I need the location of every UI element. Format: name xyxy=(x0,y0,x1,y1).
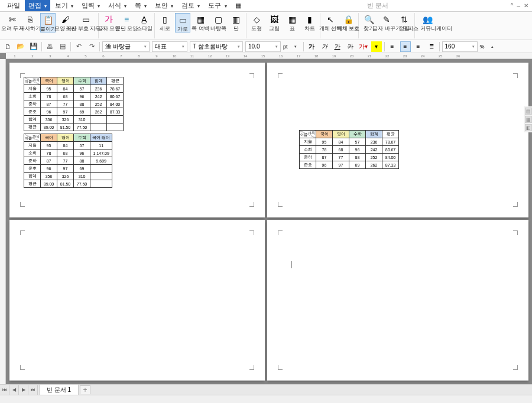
strike-button[interactable]: 가 xyxy=(345,41,356,52)
page-view: 1234567891011121314151617181920212223242… xyxy=(0,53,532,384)
format-bar: 🗋 📂 💾 🖶 ▤ ↶ ↷ 湮 바탕글▾ 대표▾ T 함초롬바탕▾ 10.0▾ … xyxy=(0,40,532,53)
tab-first-icon[interactable]: ⏮ xyxy=(0,385,9,395)
para-shape-button[interactable]: ≡문단 모양 xyxy=(119,13,134,31)
font-combo[interactable]: T 함초롬바탕▾ xyxy=(190,41,243,52)
page-1: 과목이름국어영어수학합계평균지율95845723678.67소희78689624… xyxy=(9,63,265,217)
horizontal-button[interactable]: ▭가로 xyxy=(175,13,190,32)
preview-icon[interactable]: ▤ xyxy=(57,41,68,52)
highlight-button[interactable]: ▾ xyxy=(371,41,382,52)
italic-button[interactable]: 가 xyxy=(319,41,330,52)
menu-format[interactable]: 서식 ▾ xyxy=(105,0,130,11)
sort-icon: ⇅ xyxy=(399,14,410,25)
menu-view[interactable]: 보기 ▾ xyxy=(51,0,77,11)
bold-button[interactable]: 가 xyxy=(306,41,317,52)
style-icon: A̲ xyxy=(139,14,150,25)
redo-icon[interactable]: ↷ xyxy=(86,41,97,52)
menu-file[interactable]: 파일 xyxy=(4,0,24,11)
object-select-button[interactable]: ↖개체 선택 xyxy=(323,13,338,31)
fontcolor-button[interactable]: 가▾ xyxy=(358,41,369,52)
pointer-icon: ↖ xyxy=(325,14,336,25)
horizontal-ruler: 1234567891011121314151617181920212223242… xyxy=(6,53,532,59)
menu-security[interactable]: 보안 ▾ xyxy=(151,0,177,11)
table-2: 과목이름국어영어수학국어-영어지율95845711소희7868961,147.0… xyxy=(24,134,112,188)
clipboard-icon: 📋 xyxy=(43,15,53,25)
office-comm-button[interactable]: 👥오피스 커뮤니케이터 xyxy=(417,13,437,31)
zoom-combo[interactable]: 160▾ xyxy=(442,41,478,52)
ribbon: ✄오려 두기 ⎘복사하기 📋붙이기 🖌모양 복사 ▭조판 부호 지우기 가글자 … xyxy=(0,12,532,40)
table-icon: ▦ xyxy=(287,14,297,25)
size-down-icon[interactable]: ▾ xyxy=(290,41,301,52)
search-icon: 🔍 xyxy=(364,14,374,25)
align-left-button[interactable]: ≡ xyxy=(387,41,398,52)
save-icon[interactable]: 💾 xyxy=(28,41,39,52)
picture-button[interactable]: 🖼그림 xyxy=(267,13,282,31)
lock-icon: 🔒 xyxy=(343,14,353,25)
shape-insert-button[interactable]: ◇도형 xyxy=(249,13,264,31)
sidebar-tool-2[interactable]: ▦ xyxy=(525,116,532,123)
menu-review[interactable]: 검토 ▾ xyxy=(178,0,203,11)
para-combo[interactable]: 대표▾ xyxy=(152,41,187,52)
page-margin-button[interactable]: ▦쪽 여백 xyxy=(193,13,208,31)
window-controls: ^ – ✕ xyxy=(511,2,528,9)
replace-icon: ✎ xyxy=(381,14,392,25)
menu-more-icon[interactable]: ▦ xyxy=(232,1,245,11)
page-4 xyxy=(267,220,528,381)
zoom-spin-icon[interactable]: ▴ xyxy=(487,41,498,52)
copy-button[interactable]: ⎘복사하기 xyxy=(22,13,38,31)
open-icon[interactable]: 📂 xyxy=(15,41,26,52)
align-right-button[interactable]: ≡ xyxy=(413,41,424,52)
text-cursor xyxy=(291,261,291,268)
vertical-icon: ▯ xyxy=(160,14,170,25)
tab-add-button[interactable]: + xyxy=(80,385,90,394)
cut-button[interactable]: ✄오려 두기 xyxy=(5,13,20,31)
menu-edit[interactable]: 편집 ▾ xyxy=(25,0,50,11)
menu-tools[interactable]: 도구 ▾ xyxy=(205,0,230,11)
eraser-icon: ▭ xyxy=(80,14,91,25)
align-justify-button[interactable]: ≣ xyxy=(426,41,437,52)
help-icon[interactable]: ^ xyxy=(511,2,514,9)
table-3: 과목이름국어영어수학합계평균지율95845723678.67소희78689624… xyxy=(299,130,399,169)
background-button[interactable]: ▢바탕쪽 xyxy=(210,13,226,31)
vertical-button[interactable]: ▯세로 xyxy=(157,13,173,31)
people-icon: 👥 xyxy=(422,14,433,25)
zoom-unit: % xyxy=(480,44,485,50)
sidebar-tool-3[interactable]: ◧ xyxy=(525,124,532,131)
align-center-button[interactable]: ≡ xyxy=(400,41,411,52)
undo-icon[interactable]: ↶ xyxy=(73,41,84,52)
table-1: 과목이름국어영어수학합계평균지율95845723678.67소희78689624… xyxy=(24,77,124,131)
column-icon: ▥ xyxy=(231,14,241,25)
para-icon: ≡ xyxy=(121,14,132,25)
menu-page[interactable]: 쪽 ▾ xyxy=(131,0,150,11)
char-shape-button[interactable]: 가글자 모양 xyxy=(101,13,116,31)
copy-icon: ⎘ xyxy=(25,14,35,25)
new-doc-icon[interactable]: 🗋 xyxy=(2,41,13,52)
vertical-ruler xyxy=(0,59,6,384)
scissors-icon: ✄ xyxy=(7,14,18,25)
style-button[interactable]: A̲스타일 xyxy=(137,13,152,31)
close-icon[interactable]: ✕ xyxy=(524,2,528,9)
sidebar-tool-1[interactable]: ▤ xyxy=(525,108,532,115)
tab-next-icon[interactable]: ▶ xyxy=(19,385,28,395)
paste-button[interactable]: 📋붙이기 xyxy=(40,13,56,32)
tab-document-1[interactable]: 빈 문서 1 xyxy=(39,384,79,395)
tab-last-icon[interactable]: ⏭ xyxy=(28,385,38,395)
size-unit: pt xyxy=(283,44,288,50)
column-button[interactable]: ▥단 xyxy=(228,13,244,31)
print-icon[interactable]: 🖶 xyxy=(44,41,55,52)
menu-bar: 파일 편집 ▾ 보기 ▾ 입력 ▾ 서식 ▾ 쪽 ▾ 보안 ▾ 검토 ▾ 도구 … xyxy=(0,0,532,12)
shapes-icon: ◇ xyxy=(251,14,262,25)
bg-icon: ▢ xyxy=(213,14,223,25)
object-protect-button[interactable]: 🔒개체 보호 xyxy=(340,13,356,31)
table-button[interactable]: ▦표 xyxy=(284,13,300,31)
page-3 xyxy=(9,220,265,381)
style-combo[interactable]: 湮 바탕글▾ xyxy=(102,41,150,52)
menu-input[interactable]: 입력 ▾ xyxy=(78,0,103,11)
chart-button[interactable]: ▮차트 xyxy=(302,13,317,31)
replace-button[interactable]: ✎글자 바꾸기 xyxy=(379,13,394,31)
sidebar-tools: ▤ ▦ ◧ xyxy=(524,106,532,132)
size-combo[interactable]: 10.0▾ xyxy=(245,41,281,52)
underline-button[interactable]: 가 xyxy=(332,41,343,52)
erase-marks-button[interactable]: ▭조판 부호 지우기 xyxy=(76,13,96,31)
tab-prev-icon[interactable]: ◀ xyxy=(9,385,19,395)
minimize-icon[interactable]: – xyxy=(517,2,520,9)
